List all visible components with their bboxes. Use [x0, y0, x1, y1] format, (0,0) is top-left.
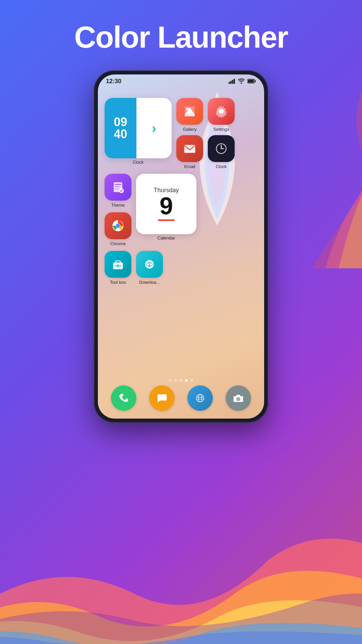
calendar-widget: Thursday 9 Calendar [136, 174, 196, 240]
theme-app[interactable]: Theme [105, 174, 131, 208]
app-area: 09 40 › Clock [98, 91, 264, 385]
svg-rect-1 [230, 81, 232, 84]
svg-rect-23 [115, 189, 120, 190]
svg-rect-30 [116, 261, 121, 263]
phone-screen: 12:30 [98, 74, 264, 419]
dot-1 [169, 379, 172, 382]
chrome-app[interactable]: Chrome [105, 212, 131, 246]
row2: Theme [105, 174, 257, 246]
dock-camera[interactable] [226, 385, 251, 411]
download-app[interactable]: Downloa... [136, 251, 163, 285]
status-bar: 12:30 [98, 74, 264, 88]
download-label: Downloa... [139, 280, 160, 285]
cal-decoration [158, 219, 175, 221]
row2-left: Theme [105, 174, 131, 246]
svg-rect-21 [115, 184, 121, 185]
clock-app[interactable]: Clock [208, 135, 235, 169]
dot-3 [180, 379, 182, 382]
dock [105, 383, 257, 413]
dot-5 [190, 379, 193, 382]
svg-point-9 [186, 108, 188, 110]
signal-icon [229, 78, 235, 84]
chrome-label: Chrome [110, 241, 126, 246]
phone-frame: 12:30 [94, 70, 268, 423]
dot-2 [174, 379, 177, 382]
apps-row1-bottom: Email [176, 135, 235, 169]
dock-browser[interactable] [187, 385, 213, 411]
cal-date: 9 [160, 194, 173, 218]
cal-label: Calendar [158, 235, 175, 240]
svg-point-28 [116, 224, 120, 228]
apps-row1-top: Gallery [176, 98, 235, 132]
toolbox-label: Tool box [110, 280, 126, 285]
svg-point-12 [221, 111, 222, 112]
svg-rect-22 [115, 186, 120, 187]
clock-left: 09 40 [105, 98, 136, 158]
status-time: 12:30 [106, 78, 121, 85]
toolbox-app[interactable]: Tool box [105, 251, 131, 285]
email-label: Email [184, 164, 195, 169]
svg-point-35 [198, 394, 202, 402]
clock-app-label: Clock [216, 164, 227, 169]
svg-point-4 [241, 83, 242, 84]
dock-messages[interactable] [149, 385, 175, 411]
svg-rect-13 [184, 145, 195, 153]
clock-arrow-icon: › [152, 121, 156, 136]
svg-rect-7 [248, 80, 254, 83]
clock-widget-label: Clock [133, 160, 144, 165]
svg-point-39 [237, 398, 240, 401]
status-icons [229, 78, 256, 84]
settings-label: Settings [214, 127, 229, 132]
dot-4-active [185, 379, 188, 382]
gallery-app[interactable]: Gallery [176, 98, 203, 132]
page-title: Color Launcher [0, 20, 362, 55]
apps-right-col: Gallery [176, 98, 235, 169]
dock-phone[interactable] [111, 385, 136, 411]
svg-rect-2 [232, 80, 233, 84]
page-indicators [98, 379, 264, 382]
theme-label: Theme [111, 203, 125, 208]
wifi-icon [238, 78, 245, 84]
clock-right: › [136, 98, 172, 158]
clock-widget: 09 40 › Clock [105, 98, 172, 169]
svg-rect-6 [255, 80, 256, 82]
svg-point-19 [221, 148, 222, 149]
clock-minute: 40 [114, 128, 127, 140]
gallery-label: Gallery [183, 127, 196, 132]
svg-point-34 [196, 394, 204, 402]
email-app[interactable]: Email [176, 135, 203, 169]
settings-app[interactable]: Settings [208, 98, 235, 132]
row1: 09 40 › Clock [105, 98, 257, 169]
battery-icon [247, 79, 256, 84]
row3: Tool box Downloa... [105, 251, 257, 285]
svg-rect-0 [229, 82, 230, 84]
svg-rect-3 [234, 79, 235, 84]
clock-hour: 09 [114, 116, 127, 128]
